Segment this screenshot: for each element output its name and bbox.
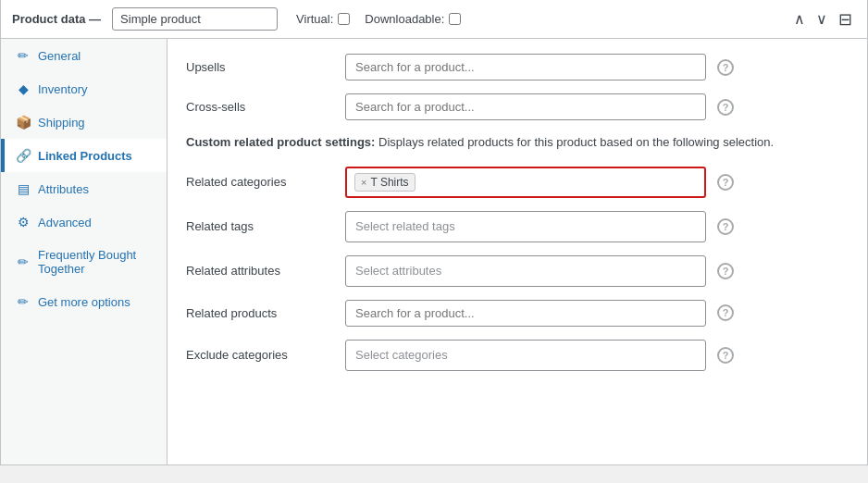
virtual-checkbox[interactable] — [338, 13, 350, 25]
related-categories-box[interactable]: × T Shirts — [345, 167, 706, 198]
sidebar-label-shipping: Shipping — [38, 116, 85, 130]
crosssells-input[interactable] — [345, 93, 706, 120]
crosssells-row: Cross-sells ? — [186, 93, 849, 120]
related-attributes-select[interactable]: Select attributes — [345, 255, 706, 287]
downloadable-checkbox[interactable] — [449, 13, 461, 25]
related-categories-label: Related categories — [186, 175, 334, 189]
shipping-icon: 📦 — [16, 115, 31, 130]
collapse-down-button[interactable]: ∨ — [812, 9, 831, 30]
exclude-categories-help-icon[interactable]: ? — [717, 347, 734, 364]
exclude-categories-select[interactable]: Select categories — [345, 340, 706, 371]
sidebar-label-inventory: Inventory — [38, 82, 87, 96]
virtual-text: Virtual: — [296, 12, 333, 26]
crosssells-help-icon[interactable]: ? — [717, 99, 734, 116]
sidebar-item-inventory[interactable]: ◆ Inventory — [1, 72, 167, 105]
sidebar: ✏ General ◆ Inventory 📦 Shipping 🔗 Linke… — [1, 39, 167, 464]
exclude-categories-row: Exclude categories Select categories ? — [186, 340, 849, 371]
sidebar-label-frequently-bought: Frequently Bought Together — [38, 248, 155, 276]
expand-button[interactable]: ⊟ — [835, 9, 856, 30]
advanced-icon: ⚙ — [16, 215, 31, 229]
downloadable-text: Downloadable: — [365, 12, 444, 26]
main-content: Upsells ? Cross-sells ? Custom related p… — [167, 39, 867, 464]
product-data-title: Product data — — [12, 12, 101, 26]
product-data-body: ✏ General ◆ Inventory 📦 Shipping 🔗 Linke… — [1, 39, 867, 464]
sidebar-item-linked-products[interactable]: 🔗 Linked Products — [1, 139, 167, 172]
upsells-input[interactable] — [345, 54, 706, 80]
custom-settings-bold: Custom related product settings: — [186, 135, 375, 149]
exclude-categories-placeholder: Select categories — [355, 348, 448, 362]
sidebar-label-get-more: Get more options — [38, 295, 130, 309]
related-products-row: Related products ? — [186, 300, 849, 327]
upsells-help-icon[interactable]: ? — [717, 59, 734, 76]
related-products-label: Related products — [186, 306, 334, 320]
sidebar-label-linked: Linked Products — [38, 149, 132, 163]
related-attributes-label: Related attributes — [186, 264, 334, 278]
header-controls: ∧ ∨ ⊟ — [790, 9, 856, 30]
related-attributes-row: Related attributes Select attributes ? — [186, 255, 849, 287]
custom-settings-description: Custom related product settings: Display… — [186, 133, 849, 152]
upsells-row: Upsells ? — [186, 54, 849, 80]
virtual-label[interactable]: Virtual: — [296, 12, 350, 26]
downloadable-label[interactable]: Downloadable: — [365, 12, 461, 26]
sidebar-item-attributes[interactable]: ▤ Attributes — [1, 172, 167, 205]
t-shirts-tag: × T Shirts — [354, 173, 415, 192]
product-type-select[interactable]: Simple product Variable product Grouped … — [112, 7, 278, 31]
product-data-container: Product data — Simple product Variable p… — [0, 0, 868, 465]
related-categories-help-icon[interactable]: ? — [717, 174, 734, 191]
inventory-icon: ◆ — [16, 81, 31, 96]
related-products-help-icon[interactable]: ? — [717, 304, 734, 321]
upsells-label: Upsells — [186, 60, 334, 74]
related-attributes-placeholder: Select attributes — [355, 264, 441, 278]
linked-icon: 🔗 — [16, 148, 31, 163]
collapse-up-button[interactable]: ∧ — [790, 9, 809, 30]
tag-label: T Shirts — [370, 176, 408, 189]
general-icon: ✏ — [16, 48, 31, 63]
sidebar-label-attributes: Attributes — [38, 182, 89, 196]
product-data-header: Product data — Simple product Variable p… — [1, 0, 867, 39]
tag-remove-icon[interactable]: × — [361, 177, 366, 188]
checkbox-group: Virtual: Downloadable: — [296, 12, 461, 26]
attributes-icon: ▤ — [16, 181, 31, 196]
frequently-bought-icon: ✏ — [16, 254, 31, 269]
exclude-categories-label: Exclude categories — [186, 348, 334, 362]
sidebar-item-frequently-bought[interactable]: ✏ Frequently Bought Together — [1, 239, 167, 285]
related-products-input[interactable] — [345, 300, 706, 327]
get-more-icon: ✏ — [16, 294, 31, 309]
sidebar-item-general[interactable]: ✏ General — [1, 39, 167, 72]
related-attributes-help-icon[interactable]: ? — [717, 263, 734, 279]
related-tags-placeholder: Select related tags — [355, 219, 455, 233]
sidebar-item-advanced[interactable]: ⚙ Advanced — [1, 205, 167, 239]
related-tags-select[interactable]: Select related tags — [345, 211, 706, 242]
sidebar-label-advanced: Advanced — [38, 216, 92, 229]
sidebar-label-general: General — [38, 49, 81, 63]
related-tags-label: Related tags — [186, 219, 334, 233]
related-tags-help-icon[interactable]: ? — [717, 218, 734, 235]
sidebar-item-get-more[interactable]: ✏ Get more options — [1, 285, 167, 318]
sidebar-item-shipping[interactable]: 📦 Shipping — [1, 105, 167, 139]
crosssells-label: Cross-sells — [186, 100, 334, 114]
product-type-wrapper: Simple product Variable product Grouped … — [112, 7, 278, 31]
related-categories-row: Related categories × T Shirts ? — [186, 167, 849, 198]
custom-settings-desc: Displays related products for this produ… — [378, 135, 774, 149]
related-tags-row: Related tags Select related tags ? — [186, 211, 849, 242]
